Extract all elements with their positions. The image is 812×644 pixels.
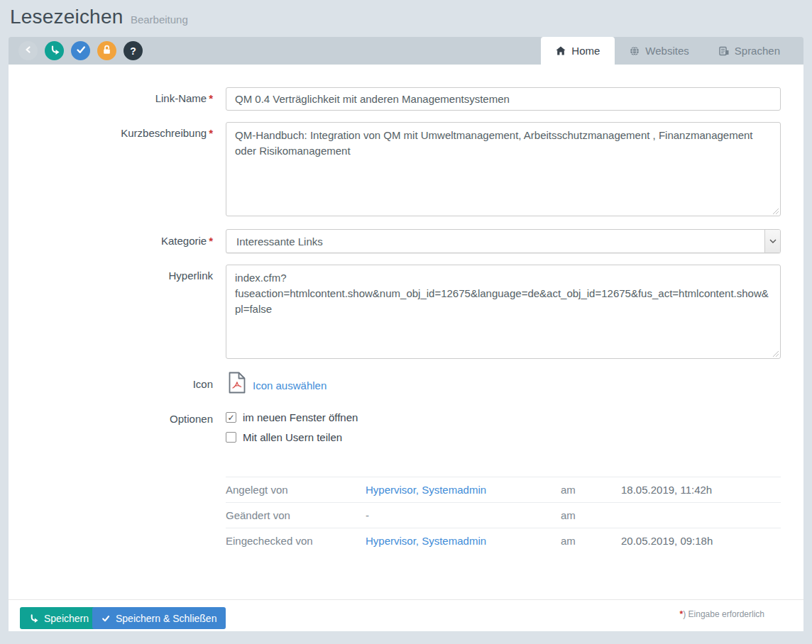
footer-divider [9,599,803,600]
option-share-all-users[interactable]: Mit allen Usern teilen [226,431,342,443]
toolbar: ? Home Websites Sprachen [9,37,803,65]
tab-bar: Home Websites Sprachen [541,37,795,65]
am-label: am [561,484,621,496]
check-icon [102,614,110,623]
created-date: 18.05.2019, 11:42h [621,484,781,496]
curved-arrow-icon [29,614,38,623]
content-panel: Link-Name* Kurzbeschreibung* QM-Handbuch… [9,65,803,631]
table-row: Geändert von - am [226,502,781,528]
table-row: Eingechecked von Hypervisor, Systemadmin… [226,528,781,553]
kurzbeschreibung-label: Kurzbeschreibung* [9,126,213,140]
chevron-down-icon [764,230,780,252]
checked-in-by-user-link[interactable]: Hypervisor, Systemadmin [366,535,561,547]
table-row: Angelegt von Hypervisor, Systemadmin am … [226,477,781,502]
home-icon [556,46,566,55]
am-label: am [561,509,621,521]
save-button-label: Speichern [44,613,89,624]
help-button[interactable]: ? [124,41,143,60]
tab-home-label: Home [571,45,600,57]
checkbox-unchecked-icon[interactable] [226,432,236,443]
language-icon [719,46,729,56]
hyperlink-label: Hyperlink [9,269,213,283]
required-asterisk: * [209,127,213,139]
page-header: Lesezeichen Bearbeitung [10,6,188,28]
tab-websites-label: Websites [645,45,688,57]
option-new-window-label: im neuen Fenster öffnen [243,411,358,423]
unlock-open-icon [102,45,111,57]
checkbox-checked-icon[interactable]: ✓ [226,412,236,423]
tab-sprachen[interactable]: Sprachen [704,37,795,65]
save-button[interactable]: Speichern [20,607,98,629]
required-note: *) Eingabe erforderlich [680,609,764,619]
save-and-close-button-label: Speichern & Schließen [116,613,216,624]
hyperlink-wrap: index.cfm?fuseaction=htmlcontent.show&nu… [226,265,781,359]
tab-sprachen-label: Sprachen [735,45,780,57]
question-mark-icon: ? [130,46,136,56]
tab-websites[interactable]: Websites [615,37,703,65]
curved-arrow-icon [50,45,60,57]
save-and-close-button[interactable]: Speichern & Schließen [92,607,226,629]
page-subtitle: Bearbeitung [131,13,188,26]
link-name-input[interactable] [226,87,781,111]
checked-in-by-label: Eingechecked von [226,535,366,547]
optionen-label: Optionen [9,412,213,426]
modified-by-label: Geändert von [226,509,366,521]
back-button[interactable] [18,41,38,60]
check-icon [76,45,86,57]
icon-auswaehlen-link[interactable]: Icon auswählen [253,379,327,392]
page-title: Lesezeichen [10,6,123,28]
modified-by-user: - [366,509,561,521]
kategorie-select[interactable]: Interessante Links [226,229,781,253]
tab-home[interactable]: Home [541,37,615,65]
required-asterisk: * [209,235,213,247]
required-asterisk: * [209,92,213,104]
metadata-table: Angelegt von Hypervisor, Systemadmin am … [226,477,781,553]
created-by-user-link[interactable]: Hypervisor, Systemadmin [366,484,561,496]
option-new-window[interactable]: ✓ im neuen Fenster öffnen [226,411,358,423]
pdf-file-icon [228,372,246,396]
kurzbeschreibung-wrap: QM-Handbuch: Integration von QM mit Umwe… [226,122,781,216]
unlock-button[interactable] [97,41,116,60]
hyperlink-textarea[interactable]: index.cfm?fuseaction=htmlcontent.show&nu… [226,265,781,359]
checked-in-date: 20.05.2019, 09:18h [621,535,781,547]
am-label: am [561,535,621,547]
created-by-label: Angelegt von [226,484,366,496]
chevron-left-icon [24,45,33,56]
kategorie-selected-value: Interessante Links [226,235,764,248]
globe-icon [630,46,640,56]
icon-label: Icon [9,377,213,392]
option-share-all-users-label: Mit allen Usern teilen [243,431,342,443]
kategorie-label: Kategorie* [9,234,213,248]
save-circle-button[interactable] [45,41,64,60]
kurzbeschreibung-textarea[interactable]: QM-Handbuch: Integration von QM mit Umwe… [226,122,781,216]
apply-button[interactable] [71,41,90,60]
link-name-label: Link-Name* [9,91,213,106]
